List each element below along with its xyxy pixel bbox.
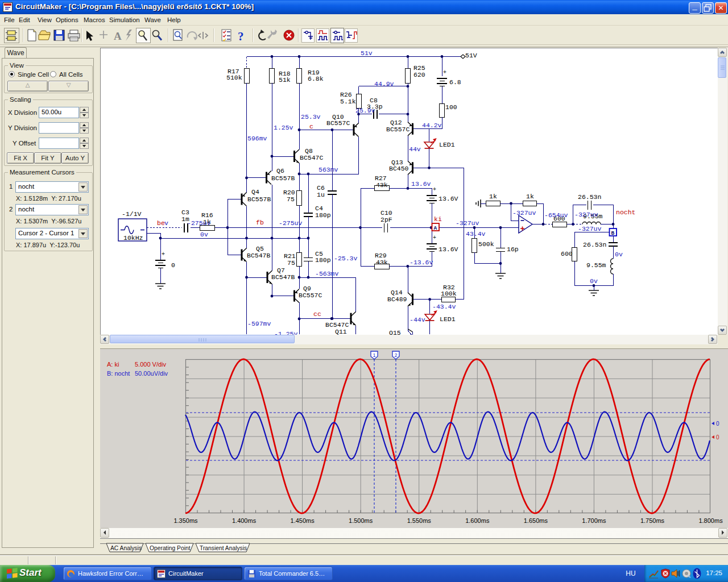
svg-text:A: A: [114, 30, 122, 42]
svg-text:AC Analysis: AC Analysis: [110, 545, 142, 551]
svg-text:Transient Analysis: Transient Analysis: [200, 545, 247, 551]
svg-text:?: ?: [238, 30, 244, 43]
svg-text:Operating Point: Operating Point: [150, 545, 191, 551]
